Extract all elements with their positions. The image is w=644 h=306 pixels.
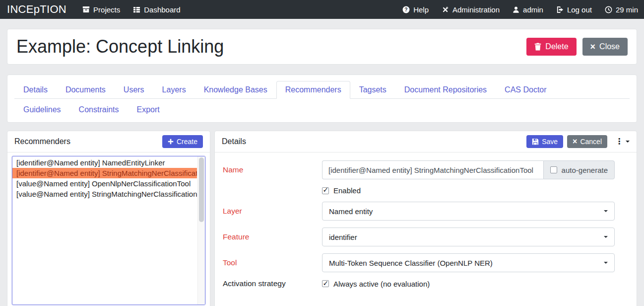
delete-button[interactable]: Delete [526, 38, 576, 56]
svg-text:?: ? [405, 7, 408, 12]
caret-down-icon [604, 210, 608, 212]
close-button[interactable]: × Close [582, 38, 628, 56]
trash-icon [534, 43, 541, 51]
nav-logout-label: Log out [567, 5, 592, 14]
list-item[interactable]: [value@Named entity] StringMatchingNerCl… [12, 189, 197, 199]
caret-down-icon [604, 236, 608, 238]
help-icon: ? [402, 6, 410, 13]
feature-label: Feature [223, 232, 322, 241]
tab-users[interactable]: Users [115, 81, 153, 99]
activation-strategy-row: Activation strategy Always active (no ev… [223, 279, 615, 288]
tab-cas-doctor[interactable]: CAS Doctor [496, 81, 555, 99]
name-row: Name auto-generate [223, 160, 615, 179]
nav-projects[interactable]: Projects [82, 5, 120, 14]
navbar-right-group: ? Help Administration admin [389, 5, 638, 14]
tool-row: Tool Multi-Token Sequence Classifier (Op… [223, 253, 615, 272]
tab-layers[interactable]: Layers [153, 81, 195, 99]
enabled-checkbox[interactable] [322, 187, 329, 194]
list-item[interactable]: [identifier@Named entity] NamedEntityLin… [12, 157, 197, 168]
auto-generate-addon: auto-generate [543, 160, 615, 179]
nav-administration[interactable]: Administration [442, 5, 500, 14]
list-item[interactable]: [value@Named entity] OpenNlpNerClassific… [12, 178, 197, 189]
layer-select-value: Named entity [329, 207, 373, 216]
session-timer: 29 min [605, 5, 638, 14]
tab-details[interactable]: Details [14, 81, 57, 99]
cancel-button[interactable]: × Cancel [567, 135, 607, 148]
vertical-ellipsis-icon: ⋮ [615, 138, 623, 146]
list-item-selected[interactable]: [identifier@Named entity] StringMatching… [12, 168, 197, 178]
details-panel-header: Details Save × Cancel ⋮ [215, 131, 637, 153]
tab-documents[interactable]: Documents [57, 81, 115, 99]
feature-field: identifier [322, 228, 615, 246]
layer-label: Layer [223, 207, 322, 216]
clock-icon [605, 6, 612, 13]
tab-guidelines[interactable]: Guidelines [14, 101, 70, 119]
list-scrollbar-thumb[interactable] [199, 157, 204, 222]
nav-user-label: admin [523, 5, 543, 14]
user-icon [513, 6, 519, 13]
save-button-label: Save [542, 138, 558, 146]
save-button[interactable]: Save [526, 135, 563, 148]
cancel-button-label: Cancel [580, 138, 602, 146]
tools-icon [442, 6, 449, 13]
nav-dashboard[interactable]: Dashboard [133, 5, 180, 14]
cancel-x-icon: × [573, 138, 577, 145]
close-button-label: Close [599, 42, 620, 51]
enabled-field: Enabled [322, 186, 615, 195]
nav-dashboard-label: Dashboard [144, 5, 180, 14]
projects-icon [82, 6, 90, 13]
create-button[interactable]: Create [162, 135, 203, 148]
recommender-list[interactable]: [identifier@Named entity] NamedEntityLin… [12, 156, 205, 305]
always-active-label: Always active (no evaluation) [333, 280, 430, 288]
tab-row-1: Details Documents Users Layers Knowledge… [14, 81, 630, 99]
tool-select[interactable]: Multi-Token Sequence Classifier (OpenNLP… [322, 253, 615, 272]
tab-export[interactable]: Export [128, 101, 169, 119]
feature-select[interactable]: identifier [322, 228, 615, 246]
tool-field: Multi-Token Sequence Classifier (OpenNLP… [322, 253, 615, 272]
plus-icon [168, 139, 174, 145]
tab-constraints[interactable]: Constraints [70, 101, 128, 119]
app-brand[interactable]: INCEpTION [7, 3, 66, 16]
floppy-save-icon [532, 138, 539, 145]
session-timer-label: 29 min [616, 5, 638, 14]
nav-administration-label: Administration [452, 5, 500, 14]
recommenders-panel: Recommenders Create [identifier@Named en… [7, 131, 210, 306]
nav-user[interactable]: admin [513, 5, 543, 14]
settings-tabs-card: Details Documents Users Layers Knowledge… [7, 75, 637, 123]
tab-document-repositories[interactable]: Document Repositories [395, 81, 496, 99]
auto-generate-label: auto-generate [562, 166, 608, 174]
tab-knowledge-bases[interactable]: Knowledge Bases [195, 81, 276, 99]
more-actions-menu[interactable]: ⋮ [615, 138, 630, 146]
page-content: Example: Concept Linking Delete × Close … [0, 29, 644, 306]
dashboard-icon [133, 6, 140, 13]
top-navbar: INCEpTION Projects Dashboard ? Help [0, 0, 644, 19]
project-header-card: Example: Concept Linking Delete × Close [7, 29, 637, 65]
list-scrollbar[interactable] [197, 156, 205, 305]
activation-strategy-field: Always active (no evaluation) [322, 280, 615, 288]
page-title: Example: Concept Linking [16, 36, 526, 57]
nav-help[interactable]: ? Help [402, 5, 429, 14]
enabled-row: Enabled [223, 186, 615, 195]
layer-select[interactable]: Named entity [322, 202, 615, 221]
nav-logout[interactable]: Log out [556, 5, 592, 14]
tool-select-value: Multi-Token Sequence Classifier (OpenNLP… [329, 259, 493, 267]
logout-icon [556, 6, 564, 13]
recommenders-panel-title: Recommenders [14, 137, 162, 146]
layer-field: Named entity [322, 202, 615, 221]
name-input-group: auto-generate [322, 160, 615, 179]
tab-recommenders[interactable]: Recommenders [276, 81, 350, 99]
auto-generate-checkbox[interactable] [550, 166, 557, 173]
recommenders-panel-body: [identifier@Named entity] NamedEntityLin… [7, 153, 210, 306]
tab-tagsets[interactable]: Tagsets [350, 81, 395, 99]
recommenders-panel-header: Recommenders Create [7, 131, 210, 153]
app-window: INCEpTION Projects Dashboard ? Help [0, 0, 644, 306]
details-panel: Details Save × Cancel ⋮ [214, 131, 637, 306]
details-form: Name auto-generate [215, 153, 637, 295]
name-input[interactable] [322, 160, 543, 179]
name-label: Name [223, 165, 322, 174]
close-icon: × [590, 43, 596, 50]
tool-label: Tool [223, 258, 322, 267]
always-active-checkbox[interactable] [322, 280, 329, 287]
caret-down-icon [604, 262, 608, 264]
delete-button-label: Delete [545, 42, 568, 51]
